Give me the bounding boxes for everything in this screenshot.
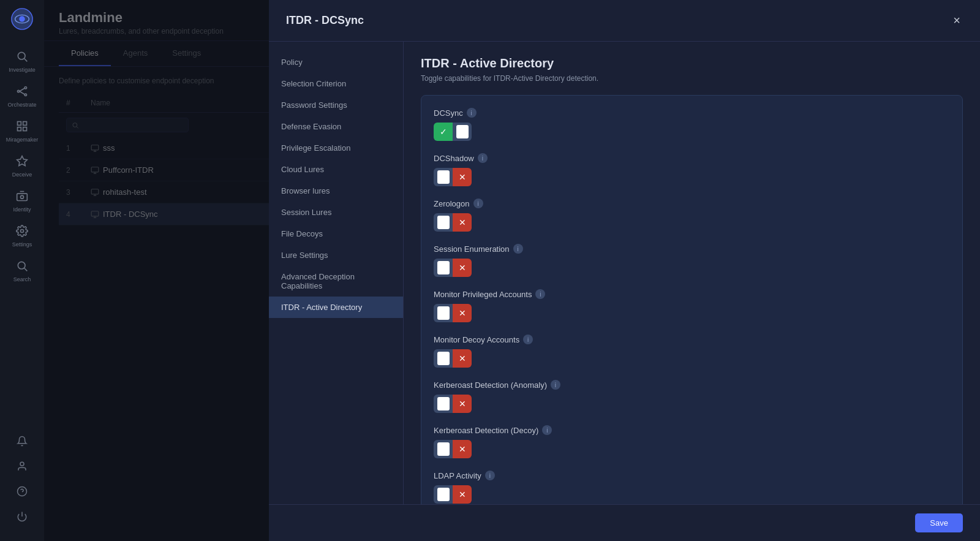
power-icon[interactable] xyxy=(13,507,31,529)
main-content: Landmine Lures, breadcrumbs, and other e… xyxy=(44,0,980,541)
svg-rect-13 xyxy=(23,127,27,131)
deceive-icon xyxy=(16,155,28,169)
svg-marker-14 xyxy=(17,156,28,166)
toggle-session-enum[interactable]: ✕ xyxy=(434,259,472,277)
sidebar-item-miragemaker[interactable]: Miragemaker xyxy=(0,114,44,149)
help-icon[interactable] xyxy=(13,482,31,504)
modal-nav: PolicySelection CriterionPassword Settin… xyxy=(269,42,404,504)
svg-point-18 xyxy=(21,230,24,233)
modal-nav-item-cloud-lures[interactable]: Cloud Lures xyxy=(269,159,403,180)
sidebar-bottom xyxy=(13,432,31,535)
toggle-ldap-activity[interactable]: ✕ xyxy=(434,485,472,504)
capability-label-ldap-activity: LDAP Activity i xyxy=(434,471,950,480)
modal-footer: Save xyxy=(269,504,980,541)
sidebar-item-label-identity: Identity xyxy=(13,206,31,213)
sidebar-item-settings[interactable]: Settings xyxy=(0,219,44,254)
toggle-zerologon[interactable]: ✕ xyxy=(434,213,472,232)
toggle-kerberoast-anomaly[interactable]: ✕ xyxy=(434,395,472,413)
modal-main: ITDR - Active Directory Toggle capabilit… xyxy=(404,42,980,504)
capability-label-kerberoast-anomaly: Kerberoast Detection (Anomaly) i xyxy=(434,380,950,390)
svg-line-20 xyxy=(24,268,28,271)
info-icon-zerologon[interactable]: i xyxy=(473,199,483,208)
modal-nav-item-policy[interactable]: Policy xyxy=(269,51,403,73)
modal-nav-item-advanced-deception[interactable]: Advanced Deception Capabilities xyxy=(269,266,403,297)
modal-nav-item-file-decoys[interactable]: File Decoys xyxy=(269,223,403,244)
toggle-dcshadow[interactable]: ✕ xyxy=(434,168,472,186)
modal-header: ITDR - DCSync × xyxy=(269,0,980,42)
save-button[interactable]: Save xyxy=(915,513,963,532)
section-title: ITDR - Active Directory xyxy=(421,56,963,70)
sidebar-item-deceive[interactable]: Deceive xyxy=(0,149,44,184)
sidebar-item-investigate[interactable]: Investigate xyxy=(0,44,44,79)
sidebar-item-search[interactable]: Search xyxy=(0,254,44,289)
info-icon-dcshadow[interactable]: i xyxy=(478,153,488,163)
svg-rect-12 xyxy=(18,127,21,131)
sidebar-item-label-deceive: Deceive xyxy=(12,172,32,178)
sidebar-item-label-settings: Settings xyxy=(12,241,32,248)
capability-item-kerberoast-decoy: Kerberoast Detection (Decoy) i ✕ xyxy=(434,425,950,458)
capability-card: DCSync i ✓ DCShadow i ✕ Zerologon i ✕ xyxy=(421,95,963,504)
modal-nav-item-browser-lures[interactable]: Browser lures xyxy=(269,180,403,202)
svg-line-8 xyxy=(20,88,24,91)
modal-nav-item-defense-evasion[interactable]: Defense Evasion xyxy=(269,116,403,137)
capability-label-monitor-privileged: Monitor Privileged Accounts i xyxy=(434,289,950,299)
info-icon-monitor-decoy[interactable]: i xyxy=(523,335,533,344)
sidebar-item-identity[interactable]: Identity xyxy=(0,184,44,219)
miragemaker-icon xyxy=(16,120,28,134)
capability-label-zerologon: Zerologon i xyxy=(434,199,950,208)
toggle-monitor-decoy[interactable]: ✕ xyxy=(434,349,472,368)
modal-nav-item-lure-settings[interactable]: Lure Settings xyxy=(269,244,403,266)
svg-line-9 xyxy=(20,91,24,94)
app-logo xyxy=(9,6,35,32)
modal-panel: ITDR - DCSync × PolicySelection Criterio… xyxy=(269,0,980,541)
capability-item-session-enum: Session Enumeration i ✕ xyxy=(434,244,950,277)
info-icon-ldap-activity[interactable]: i xyxy=(485,471,495,480)
info-icon-monitor-privileged[interactable]: i xyxy=(535,289,545,299)
identity-icon xyxy=(16,190,28,204)
capability-label-kerberoast-decoy: Kerberoast Detection (Decoy) i xyxy=(434,425,950,435)
info-icon-kerberoast-anomaly[interactable]: i xyxy=(551,380,560,390)
user-icon[interactable] xyxy=(13,457,31,479)
capability-label-monitor-decoy: Monitor Decoy Accounts i xyxy=(434,335,950,344)
toggle-dcsync[interactable]: ✓ xyxy=(434,123,472,141)
toggle-monitor-privileged[interactable]: ✕ xyxy=(434,304,472,322)
svg-point-21 xyxy=(20,462,24,466)
modal-body: PolicySelection CriterionPassword Settin… xyxy=(269,42,980,504)
svg-point-3 xyxy=(18,52,25,59)
modal-nav-item-privilege-escalation[interactable]: Privilege Escalation xyxy=(269,137,403,159)
info-icon-dcsync[interactable]: i xyxy=(467,108,477,118)
capability-label-dcshadow: DCShadow i xyxy=(434,153,950,163)
svg-point-2 xyxy=(19,16,25,22)
svg-point-6 xyxy=(24,87,26,89)
search-icon xyxy=(16,260,28,274)
modal-close-button[interactable]: × xyxy=(951,11,963,30)
modal-title: ITDR - DCSync xyxy=(286,14,364,27)
sidebar-item-label-orchestrate: Orchestrate xyxy=(7,102,36,108)
svg-point-7 xyxy=(24,94,26,96)
svg-point-5 xyxy=(18,90,20,92)
capability-item-kerberoast-anomaly: Kerberoast Detection (Anomaly) i ✕ xyxy=(434,380,950,413)
modal-nav-item-session-lures[interactable]: Session Lures xyxy=(269,202,403,223)
capability-item-dcsync: DCSync i ✓ xyxy=(434,108,950,141)
info-icon-session-enum[interactable]: i xyxy=(513,244,523,254)
capability-label-dcsync: DCSync i xyxy=(434,108,950,118)
capability-item-zerologon: Zerologon i ✕ xyxy=(434,199,950,232)
modal-nav-item-selection-criterion[interactable]: Selection Criterion xyxy=(269,73,403,94)
svg-rect-11 xyxy=(23,122,27,126)
toggle-kerberoast-decoy[interactable]: ✕ xyxy=(434,440,472,458)
sidebar-item-label-search: Search xyxy=(13,276,31,282)
modal-nav-item-itdr-active-directory[interactable]: ITDR - Active Directory xyxy=(269,297,403,318)
capability-label-session-enum: Session Enumeration i xyxy=(434,244,950,254)
capability-item-dcshadow: DCShadow i ✕ xyxy=(434,153,950,186)
modal-overlay: ITDR - DCSync × PolicySelection Criterio… xyxy=(44,0,980,541)
svg-point-19 xyxy=(18,262,25,269)
svg-rect-10 xyxy=(18,122,21,126)
capability-item-ldap-activity: LDAP Activity i ✕ xyxy=(434,471,950,504)
info-icon-kerberoast-decoy[interactable]: i xyxy=(542,425,552,435)
sidebar: Investigate Orchestrate Miragemaker Dece… xyxy=(0,0,44,541)
settings-icon xyxy=(16,225,28,239)
sidebar-item-orchestrate[interactable]: Orchestrate xyxy=(0,79,44,114)
capability-item-monitor-privileged: Monitor Privileged Accounts i ✕ xyxy=(434,289,950,322)
modal-nav-item-password-settings[interactable]: Password Settings xyxy=(269,94,403,116)
bell-icon[interactable] xyxy=(13,432,31,453)
